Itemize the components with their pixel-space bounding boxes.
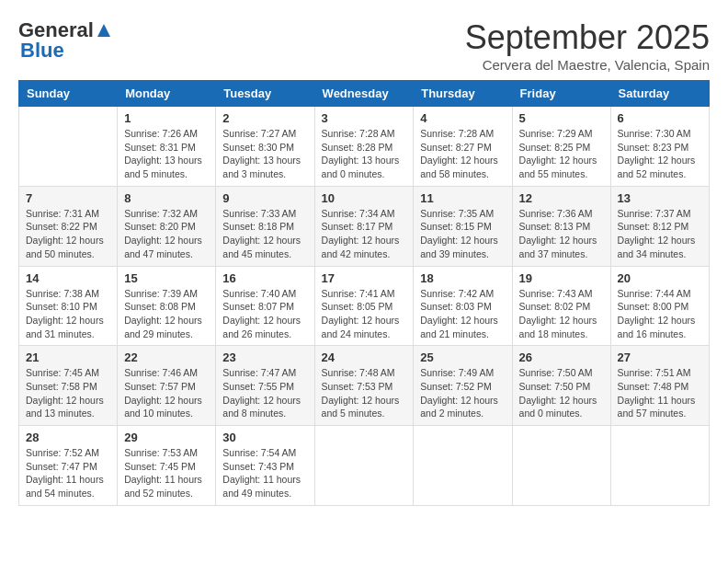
calendar-cell: 2Sunrise: 7:27 AM Sunset: 8:30 PM Daylig…	[216, 107, 314, 187]
day-number: 6	[618, 111, 702, 125]
day-number: 2	[222, 111, 307, 125]
calendar-cell: 7Sunrise: 7:31 AM Sunset: 8:22 PM Daylig…	[19, 186, 118, 266]
day-info: Sunrise: 7:38 AM Sunset: 8:10 PM Dayligh…	[26, 287, 110, 341]
calendar-cell: 26Sunrise: 7:50 AM Sunset: 7:50 PM Dayli…	[512, 346, 610, 426]
day-info: Sunrise: 7:34 AM Sunset: 8:17 PM Dayligh…	[322, 207, 407, 261]
day-info: Sunrise: 7:41 AM Sunset: 8:05 PM Dayligh…	[322, 287, 407, 341]
day-number: 5	[519, 111, 604, 125]
day-info: Sunrise: 7:29 AM Sunset: 8:25 PM Dayligh…	[519, 127, 604, 181]
calendar-week-row: 21Sunrise: 7:45 AM Sunset: 7:58 PM Dayli…	[19, 346, 710, 426]
day-info: Sunrise: 7:53 AM Sunset: 7:45 PM Dayligh…	[124, 446, 209, 500]
day-info: Sunrise: 7:54 AM Sunset: 7:43 PM Dayligh…	[222, 446, 307, 500]
page-header: General Blue September 2025 Cervera del …	[18, 18, 710, 73]
calendar-cell: 27Sunrise: 7:51 AM Sunset: 7:48 PM Dayli…	[610, 346, 709, 426]
day-info: Sunrise: 7:48 AM Sunset: 7:53 PM Dayligh…	[322, 366, 407, 420]
day-info: Sunrise: 7:50 AM Sunset: 7:50 PM Dayligh…	[519, 366, 604, 420]
day-number: 14	[26, 271, 110, 285]
calendar-cell: 9Sunrise: 7:33 AM Sunset: 8:18 PM Daylig…	[216, 186, 314, 266]
calendar-cell: 29Sunrise: 7:53 AM Sunset: 7:45 PM Dayli…	[118, 426, 216, 506]
calendar-cell: 17Sunrise: 7:41 AM Sunset: 8:05 PM Dayli…	[314, 266, 414, 346]
calendar-cell: 12Sunrise: 7:36 AM Sunset: 8:13 PM Dayli…	[512, 186, 610, 266]
day-number: 30	[222, 431, 307, 444]
day-info: Sunrise: 7:37 AM Sunset: 8:12 PM Dayligh…	[618, 207, 702, 261]
calendar-cell: 10Sunrise: 7:34 AM Sunset: 8:17 PM Dayli…	[314, 186, 414, 266]
day-number: 13	[618, 191, 702, 205]
day-number: 22	[124, 350, 209, 364]
day-info: Sunrise: 7:26 AM Sunset: 8:31 PM Dayligh…	[124, 127, 209, 181]
day-info: Sunrise: 7:49 AM Sunset: 7:52 PM Dayligh…	[420, 366, 505, 420]
day-number: 27	[618, 350, 702, 364]
day-number: 4	[420, 111, 505, 125]
calendar-header-row: Sunday Monday Tuesday Wednesday Thursday…	[19, 81, 710, 107]
day-number: 11	[420, 191, 505, 205]
day-number: 21	[26, 350, 110, 364]
calendar-week-row: 14Sunrise: 7:38 AM Sunset: 8:10 PM Dayli…	[19, 266, 710, 346]
calendar-cell	[414, 426, 512, 506]
day-number: 12	[519, 191, 604, 205]
calendar-week-row: 28Sunrise: 7:52 AM Sunset: 7:47 PM Dayli…	[19, 426, 710, 506]
day-number: 15	[124, 271, 209, 285]
day-info: Sunrise: 7:31 AM Sunset: 8:22 PM Dayligh…	[26, 207, 110, 261]
day-number: 16	[222, 271, 307, 285]
day-number: 1	[124, 111, 209, 125]
calendar-cell	[314, 426, 414, 506]
calendar-cell: 1Sunrise: 7:26 AM Sunset: 8:31 PM Daylig…	[118, 107, 216, 187]
calendar-cell	[512, 426, 610, 506]
day-info: Sunrise: 7:46 AM Sunset: 7:57 PM Dayligh…	[124, 366, 209, 420]
day-number: 19	[519, 271, 604, 285]
location: Cervera del Maestre, Valencia, Spain	[465, 57, 710, 73]
logo-blue: Blue	[20, 39, 64, 62]
day-number: 20	[618, 271, 702, 285]
col-monday: Monday	[118, 81, 216, 107]
calendar-table: Sunday Monday Tuesday Wednesday Thursday…	[18, 80, 710, 506]
day-info: Sunrise: 7:39 AM Sunset: 8:08 PM Dayligh…	[124, 287, 209, 341]
day-number: 26	[519, 350, 604, 364]
calendar-cell	[19, 107, 118, 187]
day-number: 18	[420, 271, 505, 285]
day-number: 8	[124, 191, 209, 205]
day-info: Sunrise: 7:32 AM Sunset: 8:20 PM Dayligh…	[124, 207, 209, 261]
day-number: 23	[222, 350, 307, 364]
day-info: Sunrise: 7:35 AM Sunset: 8:15 PM Dayligh…	[420, 207, 505, 261]
calendar-cell: 5Sunrise: 7:29 AM Sunset: 8:25 PM Daylig…	[512, 107, 610, 187]
day-info: Sunrise: 7:42 AM Sunset: 8:03 PM Dayligh…	[420, 287, 505, 341]
calendar-cell: 22Sunrise: 7:46 AM Sunset: 7:57 PM Dayli…	[118, 346, 216, 426]
col-thursday: Thursday	[414, 81, 512, 107]
calendar-cell: 25Sunrise: 7:49 AM Sunset: 7:52 PM Dayli…	[414, 346, 512, 426]
day-info: Sunrise: 7:27 AM Sunset: 8:30 PM Dayligh…	[222, 127, 307, 181]
day-number: 28	[26, 431, 110, 444]
calendar-cell: 14Sunrise: 7:38 AM Sunset: 8:10 PM Dayli…	[19, 266, 118, 346]
col-saturday: Saturday	[610, 81, 709, 107]
calendar-cell: 23Sunrise: 7:47 AM Sunset: 7:55 PM Dayli…	[216, 346, 314, 426]
month-title: September 2025	[465, 18, 710, 57]
calendar-cell: 21Sunrise: 7:45 AM Sunset: 7:58 PM Dayli…	[19, 346, 118, 426]
day-number: 25	[420, 350, 505, 364]
calendar-cell: 3Sunrise: 7:28 AM Sunset: 8:28 PM Daylig…	[314, 107, 414, 187]
col-friday: Friday	[512, 81, 610, 107]
col-tuesday: Tuesday	[216, 81, 314, 107]
day-number: 10	[322, 191, 407, 205]
calendar-cell: 6Sunrise: 7:30 AM Sunset: 8:23 PM Daylig…	[610, 107, 709, 187]
calendar-cell: 4Sunrise: 7:28 AM Sunset: 8:27 PM Daylig…	[414, 107, 512, 187]
calendar-cell: 8Sunrise: 7:32 AM Sunset: 8:20 PM Daylig…	[118, 186, 216, 266]
col-wednesday: Wednesday	[314, 81, 414, 107]
calendar-cell: 13Sunrise: 7:37 AM Sunset: 8:12 PM Dayli…	[610, 186, 709, 266]
calendar-cell: 16Sunrise: 7:40 AM Sunset: 8:07 PM Dayli…	[216, 266, 314, 346]
day-number: 7	[26, 191, 110, 205]
day-info: Sunrise: 7:36 AM Sunset: 8:13 PM Dayligh…	[519, 207, 604, 261]
calendar-cell	[610, 426, 709, 506]
day-info: Sunrise: 7:52 AM Sunset: 7:47 PM Dayligh…	[26, 446, 110, 500]
calendar-cell: 30Sunrise: 7:54 AM Sunset: 7:43 PM Dayli…	[216, 426, 314, 506]
calendar-week-row: 1Sunrise: 7:26 AM Sunset: 8:31 PM Daylig…	[19, 107, 710, 187]
day-number: 9	[222, 191, 307, 205]
calendar-cell: 18Sunrise: 7:42 AM Sunset: 8:03 PM Dayli…	[414, 266, 512, 346]
calendar-cell: 24Sunrise: 7:48 AM Sunset: 7:53 PM Dayli…	[314, 346, 414, 426]
day-info: Sunrise: 7:44 AM Sunset: 8:00 PM Dayligh…	[618, 287, 702, 341]
calendar-cell: 15Sunrise: 7:39 AM Sunset: 8:08 PM Dayli…	[118, 266, 216, 346]
day-info: Sunrise: 7:30 AM Sunset: 8:23 PM Dayligh…	[618, 127, 702, 181]
calendar-cell: 19Sunrise: 7:43 AM Sunset: 8:02 PM Dayli…	[512, 266, 610, 346]
day-number: 3	[322, 111, 407, 125]
calendar-cell: 20Sunrise: 7:44 AM Sunset: 8:00 PM Dayli…	[610, 266, 709, 346]
day-info: Sunrise: 7:43 AM Sunset: 8:02 PM Dayligh…	[519, 287, 604, 341]
day-number: 24	[322, 350, 407, 364]
